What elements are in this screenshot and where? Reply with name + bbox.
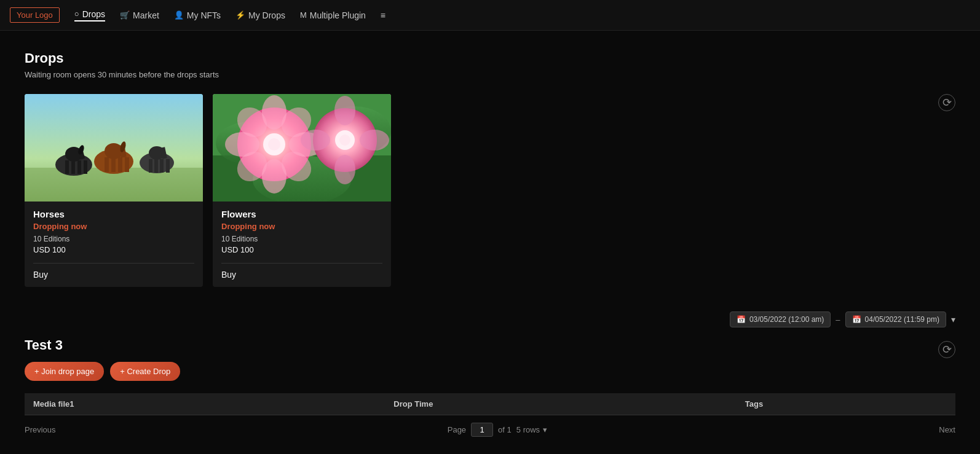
buy-button-horses[interactable]: Buy [33, 270, 48, 280]
col-tags: Tags [737, 393, 955, 415]
card-editions-flowers: 10 Editions [221, 235, 382, 243]
page-label: Page [448, 425, 466, 434]
calendar-icon-start: 📅 [737, 315, 746, 324]
svg-rect-6 [77, 160, 81, 174]
previous-button[interactable]: Previous [25, 425, 56, 434]
date-end-text: 04/05/2022 (11:59 pm) [865, 315, 939, 324]
nav-label-drops: Drops [82, 9, 105, 19]
nav-item-my-nfts[interactable]: 👤 My NFTs [174, 10, 221, 20]
cards-row: Horses Dropping now 10 Editions USD 100 … [25, 94, 955, 287]
nav-item-multiple-plugin[interactable]: M Multiple Plugin [300, 10, 366, 20]
drops-subtitle: Waiting room opens 30 minutes before the… [25, 70, 955, 79]
nav-label-my-drops: My Drops [248, 10, 285, 20]
rows-per-page-select[interactable]: 5 rows ▾ [516, 425, 547, 434]
market-icon: 🛒 [120, 10, 130, 20]
table-header-row: Media file1 Drop Time Tags [25, 393, 955, 415]
card-price-horses: USD 100 [33, 245, 194, 254]
card-body-flowers: Flowers Dropping now 10 Editions USD 100… [213, 202, 391, 287]
col-media: Media file1 [25, 393, 385, 415]
cards-container: Horses Dropping now 10 Editions USD 100 … [25, 94, 955, 287]
date-dropdown-chevron[interactable]: ▾ [951, 315, 955, 324]
drops-section: Drops Waiting room opens 30 minutes befo… [25, 50, 955, 287]
date-separator: – [836, 315, 840, 324]
calendar-icon-end: 📅 [852, 315, 861, 324]
card-status-flowers: Dropping now [221, 222, 382, 231]
nav-label-my-nfts: My NFTs [187, 10, 221, 20]
date-end-pill[interactable]: 📅 04/05/2022 (11:59 pm) [845, 311, 946, 327]
refresh-icon-test3[interactable]: ⟳ [938, 341, 955, 358]
nav-item-my-drops[interactable]: ⚡ My Drops [235, 10, 285, 20]
card-status-horses: Dropping now [33, 222, 194, 231]
pagination-center: Page of 1 5 rows ▾ [448, 423, 547, 437]
svg-rect-7 [84, 160, 87, 174]
test3-title: Test 3 [25, 337, 63, 353]
nav-menu: ○ Drops 🛒 Market 👤 My NFTs ⚡ My Drops M … [74, 9, 385, 22]
create-drop-button[interactable]: + Create Drop [110, 362, 180, 381]
date-start-pill[interactable]: 📅 03/05/2022 (12:00 am) [730, 311, 831, 327]
my-nfts-icon: 👤 [174, 10, 184, 20]
svg-rect-13 [118, 157, 122, 172]
my-drops-icon: ⚡ [235, 10, 245, 20]
test3-header: Test 3 ⟳ [25, 337, 955, 362]
card-price-flowers: USD 100 [221, 245, 382, 254]
svg-point-45 [334, 155, 355, 184]
table-header: Media file1 Drop Time Tags [25, 393, 955, 415]
page-number-input[interactable] [471, 423, 493, 437]
logo-button[interactable]: Your Logo [10, 7, 60, 23]
hamburger-icon: ≡ [381, 10, 385, 20]
card-divider-flowers [221, 263, 382, 264]
rows-label: 5 rows [516, 425, 540, 434]
svg-point-41 [268, 138, 280, 151]
actions-row: + Join drop page + Create Drop [25, 362, 955, 381]
card-editions-horses: 10 Editions [33, 235, 194, 243]
data-table: Media file1 Drop Time Tags [25, 393, 955, 415]
nav-hamburger[interactable]: ≡ [381, 10, 385, 20]
svg-rect-21 [166, 159, 170, 173]
svg-point-47 [360, 130, 389, 151]
nav-item-drops[interactable]: ○ Drops [74, 9, 105, 22]
no-records-message: No records [25, 444, 955, 454]
svg-rect-4 [65, 160, 69, 174]
card-horses[interactable]: Horses Dropping now 10 Editions USD 100 … [25, 94, 203, 287]
svg-rect-20 [160, 159, 164, 173]
table-footer: Previous Page of 1 5 rows ▾ Next [25, 415, 955, 444]
nav-label-market: Market [133, 10, 159, 20]
main-content: Drops Waiting room opens 30 minutes befo… [0, 31, 980, 454]
multiple-plugin-icon: M [300, 10, 307, 20]
of-label: of 1 [498, 425, 512, 434]
card-image-flowers [213, 94, 391, 202]
svg-rect-11 [105, 157, 109, 172]
next-button[interactable]: Next [939, 425, 955, 434]
svg-point-49 [339, 135, 350, 146]
card-divider-horses [33, 263, 194, 264]
svg-rect-18 [149, 159, 152, 173]
drops-title: Drops [25, 50, 955, 66]
svg-rect-5 [71, 160, 75, 174]
date-range-row: 📅 03/05/2022 (12:00 am) – 📅 04/05/2022 (… [25, 311, 955, 327]
card-name-flowers: Flowers [221, 209, 382, 219]
col-drop-time: Drop Time [385, 393, 736, 415]
svg-point-44 [334, 96, 355, 125]
card-name-horses: Horses [33, 209, 194, 219]
refresh-icon-drops[interactable]: ⟳ [938, 94, 955, 111]
card-body-horses: Horses Dropping now 10 Editions USD 100 … [25, 202, 203, 287]
nav-item-market[interactable]: 🛒 Market [120, 10, 159, 20]
svg-rect-14 [125, 157, 129, 172]
buy-button-flowers[interactable]: Buy [221, 270, 236, 280]
svg-rect-19 [154, 159, 158, 173]
card-image-horses [25, 94, 203, 202]
svg-point-46 [301, 130, 330, 151]
test3-section: Test 3 ⟳ + Join drop page + Create Drop … [25, 337, 955, 454]
nav-label-multiple-plugin: Multiple Plugin [310, 10, 366, 20]
join-drop-page-button[interactable]: + Join drop page [25, 362, 104, 381]
rows-chevron-icon: ▾ [543, 425, 547, 434]
date-start-text: 03/05/2022 (12:00 am) [749, 315, 824, 324]
card-flowers[interactable]: Flowers Dropping now 10 Editions USD 100… [213, 94, 391, 287]
navbar: Your Logo ○ Drops 🛒 Market 👤 My NFTs ⚡ M… [0, 0, 980, 31]
drops-icon: ○ [74, 9, 79, 18]
refresh-icon[interactable]: ⟳ [938, 94, 955, 111]
svg-rect-12 [111, 157, 116, 172]
